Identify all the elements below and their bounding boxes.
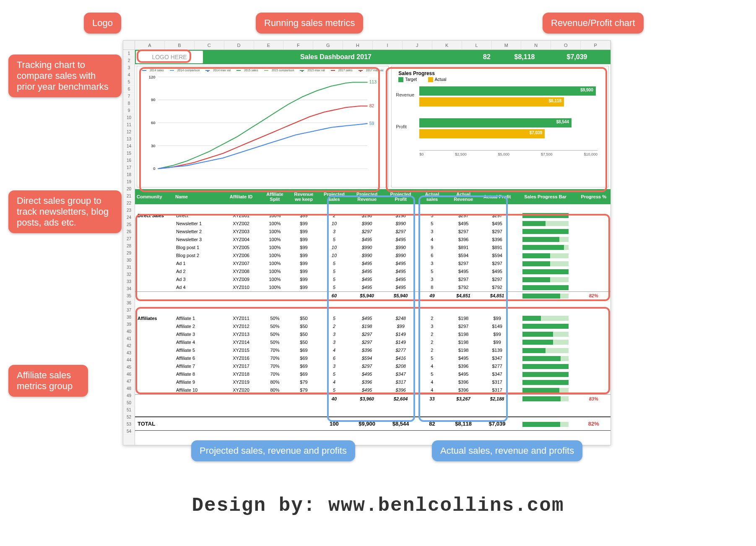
table-row[interactable]: Affiliate 6XYZ01670%$69 6$594$416 5$495$…	[135, 354, 611, 362]
callout-revprofit: Revenue/Profit chart	[543, 13, 644, 34]
svg-text:59: 59	[369, 121, 374, 126]
svg-text:113: 113	[369, 80, 377, 84]
callout-projected: Projected sales, revenue and profits	[191, 440, 355, 461]
line-chart-svg: 03060901201138259	[140, 73, 386, 177]
table-row[interactable]: Newsletter 1XYZ002100%$99 10$990$990 5$4…	[135, 219, 611, 227]
table-row[interactable]: Blog post 2XYZ006100%$99 10$990$990 6$59…	[135, 251, 611, 259]
table-row[interactable]: Ad 3XYZ009100%$99 5$495$495 3$297$297	[135, 276, 611, 283]
dashboard-title: Sales Dashboard 2017	[204, 53, 468, 61]
line-chart-legend: 2014 sales 2014 comparison ◆ 2014 max va…	[140, 69, 386, 72]
callout-running: Running sales metrics	[256, 13, 363, 34]
table-row[interactable]: Blog post 1XYZ005100%$99 10$990$990 9$89…	[135, 243, 611, 251]
table-row[interactable]: Affiliate 9XYZ01980%$79 4$396$317 4$396$…	[135, 378, 611, 386]
title-bar: LOGO HERE Sales Dashboard 2017 82 $8,118…	[135, 50, 611, 64]
logo-placeholder: LOGO HERE	[136, 51, 203, 63]
credit-line: Design by: www.benlcollins.com	[0, 495, 756, 517]
bar-chart-title: Sales Progress	[398, 70, 606, 76]
svg-text:60: 60	[151, 121, 155, 125]
metric-profit: $7,039	[543, 53, 611, 61]
table-row[interactable]: Ad 2XYZ008100%$99 5$495$495 5$495$495	[135, 268, 611, 276]
table-row[interactable]: Affiliate 2XYZ01250%$50 2$198$99 3$297$1…	[135, 322, 611, 330]
table-row[interactable]: Newsletter 3XYZ004100%$99 5$495$495 4$39…	[135, 235, 611, 243]
bar-chart-legend: Target Actual	[398, 77, 606, 82]
svg-text:0: 0	[153, 166, 155, 171]
svg-text:120: 120	[149, 75, 156, 79]
table-row[interactable]: Affiliate 10XYZ02080%$79 5$495$396 4$396…	[135, 386, 611, 395]
svg-text:82: 82	[369, 104, 374, 108]
metric-revenue: $8,118	[506, 53, 543, 61]
column-headers[interactable]: A B C D E F G H I J K L M N O P	[123, 41, 611, 50]
metric-sales: 82	[468, 53, 506, 61]
table-row[interactable]: Affiliate 8XYZ01870%$69 5$495$347 5$495$…	[135, 370, 611, 378]
data-table[interactable]: Community Name Affiliate ID Affiliate Sp…	[135, 189, 611, 445]
callout-logo: Logo	[84, 13, 121, 34]
row-headers[interactable]: 1234567891011121314151617181920212223242…	[123, 50, 135, 445]
svg-text:90: 90	[151, 98, 155, 102]
spreadsheet[interactable]: A B C D E F G H I J K L M N O P 12345678…	[123, 40, 611, 445]
table-row[interactable]: Affiliate 4XYZ01450%$50 3$297$149 2$198$…	[135, 338, 611, 346]
svg-text:30: 30	[151, 144, 155, 148]
callout-directgroup: Direct sales group to track newsletters,…	[8, 190, 122, 233]
total-row: TOTAL 100$9,900$8,544 82$8,118$7,039 82%	[135, 417, 611, 431]
callout-tracking: Tracking chart to compare sales with pri…	[8, 55, 122, 97]
callout-affgroup: Affiliate sales metrics group	[8, 365, 88, 397]
table-row[interactable]: Affiliate 3XYZ01350%$50 3$297$149 2$198$…	[135, 330, 611, 338]
subtotal-row: 60$5,940$5,940 49$4,851$4,85182%	[135, 291, 611, 300]
subtotal-row: 40$3,960$2,604 33$3,267$2,18883%	[135, 394, 611, 403]
table-row[interactable]: Ad 1XYZ007100%$99 5$495$495 3$297$297	[135, 260, 611, 268]
table-header-row: Community Name Affiliate ID Affiliate Sp…	[135, 189, 611, 204]
bar-chart[interactable]: Sales Progress Target Actual Revenue $9,…	[391, 66, 609, 187]
table-row[interactable]: Affiliate 5XYZ01570%$69 4$396$277 2$198$…	[135, 346, 611, 354]
table-row[interactable]: AffiliatesAffiliate 1XYZ01150%$50 5$495$…	[135, 314, 611, 322]
table-row[interactable]: Direct SalesDirectXYZ001100%$99 2$198$19…	[135, 211, 611, 219]
line-chart[interactable]: 2014 sales 2014 comparison ◆ 2014 max va…	[137, 66, 389, 187]
callout-actual: Actual sales, revenue and profits	[432, 440, 582, 461]
table-row[interactable]: Affiliate 7XYZ01770%$69 3$297$208 4$396$…	[135, 362, 611, 370]
table-row[interactable]: Ad 4XYZ010100%$99 5$495$495 8$792$792	[135, 283, 611, 292]
table-row[interactable]: Newsletter 2XYZ003100%$99 3$297$297 3$29…	[135, 227, 611, 235]
